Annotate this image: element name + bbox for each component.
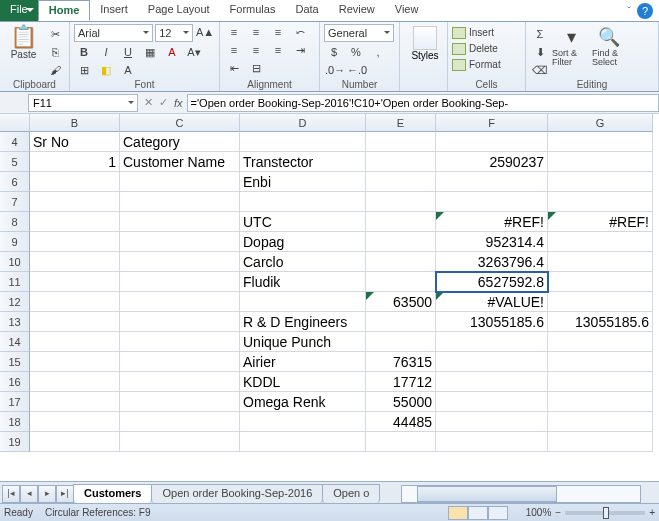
cell-D7[interactable] — [240, 192, 366, 212]
cell-G16[interactable] — [548, 372, 653, 392]
zoom-out-button[interactable]: − — [555, 507, 561, 518]
cell-C8[interactable] — [120, 212, 240, 232]
cell-G17[interactable] — [548, 392, 653, 412]
cell-E5[interactable] — [366, 152, 436, 172]
cell-E14[interactable] — [366, 332, 436, 352]
cell-B6[interactable] — [30, 172, 120, 192]
cell-F16[interactable] — [436, 372, 548, 392]
decrease-decimal-button[interactable]: ←.0 — [346, 62, 366, 78]
cell-G15[interactable] — [548, 352, 653, 372]
cell-F11[interactable]: 6527592.8 — [436, 272, 548, 292]
row-header-14[interactable]: 14 — [0, 332, 30, 352]
row-header-7[interactable]: 7 — [0, 192, 30, 212]
cell-D16[interactable]: KDDL — [240, 372, 366, 392]
sheet-tab-booking[interactable]: Open order Booking-Sep-2016 — [151, 484, 323, 503]
styles-button[interactable]: Styles — [404, 24, 446, 61]
view-page-break-button[interactable] — [488, 506, 508, 520]
cancel-formula-icon[interactable]: ✕ — [144, 96, 153, 109]
cell-B14[interactable] — [30, 332, 120, 352]
cell-G18[interactable] — [548, 412, 653, 432]
cell-F12[interactable]: #VALUE! — [436, 292, 548, 312]
border-button[interactable]: ▦ — [140, 44, 160, 60]
name-box[interactable]: F11 — [28, 94, 138, 112]
clear-button[interactable]: ⌫ — [530, 62, 550, 78]
row-header-15[interactable]: 15 — [0, 352, 30, 372]
cell-E18[interactable]: 44485 — [366, 412, 436, 432]
fill-button[interactable]: ⬇ — [530, 44, 550, 60]
format-painter-button[interactable]: 🖌 — [45, 62, 65, 78]
cell-D6[interactable]: Enbi — [240, 172, 366, 192]
cells-format-button[interactable]: Format — [452, 57, 521, 72]
cell-B18[interactable] — [30, 412, 120, 432]
cell-D17[interactable]: Omega Renk — [240, 392, 366, 412]
cell-G14[interactable] — [548, 332, 653, 352]
cell-C10[interactable] — [120, 252, 240, 272]
column-header-B[interactable]: B — [30, 114, 120, 132]
cell-F6[interactable] — [436, 172, 548, 192]
align-right-button[interactable]: ≡ — [268, 42, 288, 58]
cell-B4[interactable]: Sr No — [30, 132, 120, 152]
decrease-indent-button[interactable]: ⇤ — [224, 60, 244, 76]
cell-F7[interactable] — [436, 192, 548, 212]
cell-F9[interactable]: 952314.4 — [436, 232, 548, 252]
cell-G7[interactable] — [548, 192, 653, 212]
minimize-ribbon-icon[interactable]: ˇ — [627, 5, 631, 17]
cell-G4[interactable] — [548, 132, 653, 152]
cell-E12[interactable]: 63500 — [366, 292, 436, 312]
cell-C12[interactable] — [120, 292, 240, 312]
cell-C5[interactable]: Customer Name — [120, 152, 240, 172]
align-left-button[interactable]: ≡ — [224, 42, 244, 58]
cell-C17[interactable] — [120, 392, 240, 412]
indent-button[interactable]: ⇥ — [290, 42, 310, 58]
horizontal-scrollbar[interactable] — [401, 485, 641, 503]
underline-button[interactable]: U — [118, 44, 138, 60]
accounting-format-button[interactable]: $ — [324, 44, 344, 60]
shrink-font-button[interactable]: A▾ — [184, 44, 204, 60]
row-header-5[interactable]: 5 — [0, 152, 30, 172]
tab-insert[interactable]: Insert — [90, 0, 138, 21]
fill-color-button[interactable]: ◧ — [96, 62, 116, 78]
worksheet-grid[interactable]: BCDEFG4Sr NoCategory51Customer NameTrans… — [0, 114, 659, 481]
row-header-11[interactable]: 11 — [0, 272, 30, 292]
copy-button[interactable]: ⎘ — [45, 44, 65, 60]
cell-B5[interactable]: 1 — [30, 152, 120, 172]
cell-E8[interactable] — [366, 212, 436, 232]
cell-C18[interactable] — [120, 412, 240, 432]
cell-B10[interactable] — [30, 252, 120, 272]
font-color-2-button[interactable]: A — [118, 62, 138, 78]
font-color-button[interactable]: A — [162, 44, 182, 60]
grow-font-button[interactable]: A▲ — [195, 24, 215, 40]
cell-G10[interactable] — [548, 252, 653, 272]
cell-D19[interactable] — [240, 432, 366, 452]
align-bottom-button[interactable]: ≡ — [268, 24, 288, 40]
cell-F19[interactable] — [436, 432, 548, 452]
row-header-18[interactable]: 18 — [0, 412, 30, 432]
tab-page-layout[interactable]: Page Layout — [138, 0, 220, 21]
row-header-13[interactable]: 13 — [0, 312, 30, 332]
cell-F4[interactable] — [436, 132, 548, 152]
row-header-19[interactable]: 19 — [0, 432, 30, 452]
cell-G11[interactable] — [548, 272, 653, 292]
increase-decimal-button[interactable]: .0→ — [324, 62, 344, 78]
cell-B8[interactable] — [30, 212, 120, 232]
tab-file[interactable]: File — [0, 0, 38, 21]
autosum-button[interactable]: Σ — [530, 26, 550, 42]
view-normal-button[interactable] — [448, 506, 468, 520]
sheet-nav-prev[interactable]: ◂ — [20, 485, 38, 503]
cell-B15[interactable] — [30, 352, 120, 372]
column-header-D[interactable]: D — [240, 114, 366, 132]
cell-D10[interactable]: Carclo — [240, 252, 366, 272]
fx-icon[interactable]: fx — [174, 97, 183, 109]
cell-B9[interactable] — [30, 232, 120, 252]
font-size-dropdown[interactable]: 12 — [155, 24, 193, 42]
formula-input[interactable]: ='Open order Booking-Sep-2016'!C10+'Open… — [187, 94, 659, 112]
percent-button[interactable]: % — [346, 44, 366, 60]
cell-C19[interactable] — [120, 432, 240, 452]
cell-D13[interactable]: R & D Engineers — [240, 312, 366, 332]
select-all-corner[interactable] — [0, 114, 30, 132]
zoom-slider[interactable] — [565, 511, 645, 515]
row-header-16[interactable]: 16 — [0, 372, 30, 392]
cell-G6[interactable] — [548, 172, 653, 192]
italic-button[interactable]: I — [96, 44, 116, 60]
cell-C7[interactable] — [120, 192, 240, 212]
